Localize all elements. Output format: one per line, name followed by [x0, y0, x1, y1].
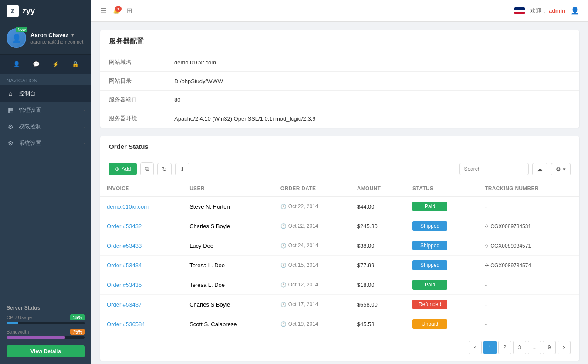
sidebar-item-label: 权限控制	[19, 123, 41, 131]
clock-icon: 🕐	[280, 243, 287, 249]
amount-cell: $658.00	[351, 295, 406, 314]
sidebar-item-access-control[interactable]: ⚙ 权限控制 ›	[0, 118, 91, 135]
invoice-link[interactable]: Order #53432	[107, 223, 142, 229]
table-row: Order #53435 Teresa L. Doe 🕐Oct 12, 2014…	[100, 275, 579, 295]
grid-view-icon[interactable]: ⊞	[126, 7, 132, 15]
user-bolt-icon[interactable]: ⚡	[46, 58, 65, 70]
caret-icon: ▼	[71, 33, 75, 37]
invoice-cell: Order #53433	[100, 236, 183, 256]
user-cell: Scott S. Calabrese	[183, 314, 274, 334]
tracking-cell: ✈ CGX0089934571	[478, 236, 579, 256]
user-cell: Steve N. Horton	[183, 196, 274, 216]
user-chat-icon[interactable]: 💬	[26, 58, 46, 70]
sidebar-item-dashboard[interactable]: ⌂ 控制台	[0, 85, 91, 102]
user-cell: Charles S Boyle	[183, 216, 274, 236]
col-invoice: Invoice	[100, 181, 183, 196]
page-ellipsis: ...	[528, 341, 541, 354]
copy-button[interactable]: ⧉	[140, 162, 154, 175]
user-info: Aaron Chavez ▼ aaron.cha@themeon.net	[30, 32, 85, 44]
user-cell: Charles S Boyle	[183, 295, 274, 314]
view-details-button[interactable]: View Details	[7, 345, 85, 357]
plus-icon: ⊕	[115, 166, 119, 172]
tracking-dash: -	[485, 321, 487, 327]
navigation-label: Navigation	[0, 74, 91, 85]
date-cell: 🕐Oct 24, 2014	[274, 236, 351, 256]
tracking-cell: -	[478, 295, 579, 314]
tracking-cell: ✈ CGX0089734574	[478, 256, 579, 275]
col-amount: Amount	[351, 181, 406, 196]
status-cell: Shipped	[406, 236, 478, 256]
config-label: 网站目录	[100, 72, 166, 91]
invoice-link[interactable]: demo.010xr.com	[107, 203, 149, 210]
col-status: Status	[406, 181, 478, 196]
invoice-link[interactable]: Order #53434	[107, 262, 142, 269]
invoice-link[interactable]: Order #53435	[107, 282, 142, 288]
page-button-1[interactable]: 1	[483, 341, 497, 354]
arrow-icon: ›	[84, 108, 85, 113]
config-value: Apache/2.4.10 (Win32) OpenSSL/1.0.1i mod…	[166, 109, 579, 128]
clock-icon: 🕐	[280, 321, 287, 327]
sidebar-item-admin-settings[interactable]: ▦ 管理设置 ›	[0, 102, 91, 118]
col-user: User	[183, 181, 274, 196]
download-button[interactable]: ⬇	[175, 163, 189, 175]
user-cell: Teresa L. Doe	[183, 256, 274, 275]
tracking-number: ✈ CGX0089734531	[485, 223, 531, 229]
settings-icon: ⚙	[7, 140, 14, 147]
amount-cell: $44.00	[351, 196, 406, 216]
topbar: ☰ 🔔 3 ⊞ 欢迎： admin 👤	[91, 0, 588, 22]
date-cell: 🕐Oct 22, 2014	[274, 216, 351, 236]
status-badge: Shipped	[412, 241, 447, 250]
date-cell: 🕐Oct 17, 2014	[274, 295, 351, 314]
topbar-right: 欢迎： admin 👤	[514, 7, 579, 15]
user-lock-icon[interactable]: 🔒	[65, 58, 85, 70]
invoice-cell: demo.010xr.com	[100, 196, 183, 216]
cloud-upload-button[interactable]: ☁	[532, 163, 547, 175]
sidebar-item-system-settings[interactable]: ⚙ 系统设置 ›	[0, 135, 91, 152]
tracking-dash: -	[485, 282, 487, 288]
brand: Z zyy	[0, 0, 91, 22]
server-config-table: 网站域名demo.010xr.com网站目录D:/phpStudy/WWW服务器…	[100, 53, 579, 128]
invoice-link[interactable]: Order #53433	[107, 243, 142, 249]
content-area: 服务器配置 网站域名demo.010xr.com网站目录D:/phpStudy/…	[91, 22, 588, 364]
amount-cell: $245.30	[351, 216, 406, 236]
order-status-card: Order Status ⊕ Add ⧉ ↻ ⬇ ☁ ⚙ ▾	[100, 136, 579, 361]
amount-cell: $77.99	[351, 256, 406, 275]
user-name: Aaron Chavez ▼	[30, 32, 85, 38]
page-button-2[interactable]: 2	[498, 341, 511, 354]
page-button-9[interactable]: 9	[543, 341, 556, 354]
clock-icon: 🕐	[280, 282, 287, 288]
notifications-icon[interactable]: 🔔 3	[113, 7, 120, 14]
refresh-button[interactable]: ↻	[157, 163, 172, 175]
language-flag[interactable]	[514, 7, 525, 14]
settings-button[interactable]: ⚙ ▾	[551, 163, 571, 175]
next-page-button[interactable]: >	[558, 341, 571, 354]
pagination: < 1 2 3 ... 9 >	[100, 334, 579, 361]
tracking-cell: -	[478, 196, 579, 216]
prev-page-button[interactable]: <	[469, 341, 482, 354]
search-input[interactable]	[459, 163, 529, 175]
tracking-dash: -	[485, 203, 487, 210]
sidebar: Z zyy 👤 New Aaron Chavez ▼ aaron.cha@the…	[0, 0, 91, 364]
menu-icon[interactable]: ☰	[100, 7, 106, 15]
status-cell: Shipped	[406, 256, 478, 275]
order-toolbar: ⊕ Add ⧉ ↻ ⬇ ☁ ⚙ ▾	[100, 157, 579, 181]
bandwidth-value: 75%	[70, 329, 85, 335]
user-profile-icon[interactable]: 👤	[7, 58, 26, 70]
date-cell: 🕐Oct 19, 2014	[274, 314, 351, 334]
status-badge: Paid	[412, 202, 447, 211]
invoice-link[interactable]: Order #53437	[107, 301, 142, 308]
status-cell: Paid	[406, 196, 478, 216]
user-cell: Lucy Doe	[183, 236, 274, 256]
new-badge: New	[16, 27, 27, 32]
table-row: Order #53433 Lucy Doe 🕐Oct 24, 2014 $38.…	[100, 236, 579, 256]
clock-icon: 🕐	[280, 302, 287, 307]
user-account-icon[interactable]: 👤	[571, 7, 579, 15]
order-title: Order Status	[109, 143, 149, 150]
order-header: Order Status	[100, 136, 579, 157]
server-config-header: 服务器配置	[100, 30, 579, 53]
page-button-3[interactable]: 3	[513, 341, 526, 354]
add-button[interactable]: ⊕ Add	[109, 163, 137, 175]
config-value: demo.010xr.com	[166, 53, 579, 72]
status-cell: Paid	[406, 275, 478, 295]
invoice-link[interactable]: Order #536584	[107, 321, 145, 327]
